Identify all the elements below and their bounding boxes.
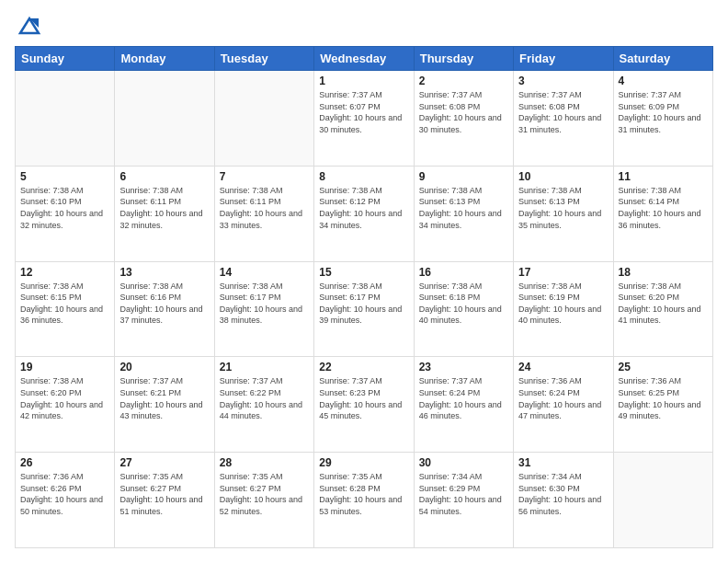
calendar-cell: 1Sunrise: 7:37 AM Sunset: 6:07 PM Daylig… xyxy=(314,71,414,167)
day-number: 6 xyxy=(119,170,209,183)
weekday-header-friday: Friday xyxy=(514,47,613,71)
calendar-cell: 25Sunrise: 7:36 AM Sunset: 6:25 PM Dayli… xyxy=(613,357,712,453)
day-number: 18 xyxy=(619,266,708,279)
calendar-week-row: 19Sunrise: 7:38 AM Sunset: 6:20 PM Dayli… xyxy=(16,357,713,453)
weekday-header-row: SundayMondayTuesdayWednesdayThursdayFrid… xyxy=(16,47,713,71)
day-number: 12 xyxy=(20,266,109,279)
calendar-cell xyxy=(115,71,214,167)
day-number: 9 xyxy=(419,170,508,183)
day-info: Sunrise: 7:36 AM Sunset: 6:24 PM Dayligh… xyxy=(518,375,608,421)
day-number: 5 xyxy=(20,170,109,183)
calendar-week-row: 26Sunrise: 7:36 AM Sunset: 6:26 PM Dayli… xyxy=(16,453,713,548)
calendar-cell xyxy=(214,71,313,167)
day-info: Sunrise: 7:35 AM Sunset: 6:27 PM Dayligh… xyxy=(220,471,309,517)
calendar-cell: 4Sunrise: 7:37 AM Sunset: 6:09 PM Daylig… xyxy=(613,71,712,167)
day-info: Sunrise: 7:37 AM Sunset: 6:23 PM Dayligh… xyxy=(319,375,408,421)
day-number: 20 xyxy=(119,361,209,373)
calendar-cell: 11Sunrise: 7:38 AM Sunset: 6:14 PM Dayli… xyxy=(613,166,712,261)
day-number: 3 xyxy=(518,75,608,87)
day-number: 27 xyxy=(119,456,209,469)
day-number: 17 xyxy=(518,266,608,279)
calendar-cell xyxy=(613,453,712,548)
day-number: 24 xyxy=(518,361,608,373)
day-number: 13 xyxy=(119,266,209,279)
day-number: 2 xyxy=(419,75,508,87)
calendar-cell: 27Sunrise: 7:35 AM Sunset: 6:27 PM Dayli… xyxy=(115,453,214,548)
calendar-cell: 14Sunrise: 7:38 AM Sunset: 6:17 PM Dayli… xyxy=(214,261,313,357)
calendar-cell: 20Sunrise: 7:37 AM Sunset: 6:21 PM Dayli… xyxy=(115,357,214,453)
calendar-cell: 28Sunrise: 7:35 AM Sunset: 6:27 PM Dayli… xyxy=(214,453,313,548)
day-number: 4 xyxy=(619,75,708,87)
calendar-cell: 3Sunrise: 7:37 AM Sunset: 6:08 PM Daylig… xyxy=(514,71,613,167)
day-info: Sunrise: 7:38 AM Sunset: 6:11 PM Dayligh… xyxy=(119,185,209,231)
day-info: Sunrise: 7:38 AM Sunset: 6:16 PM Dayligh… xyxy=(119,281,209,327)
calendar-cell: 17Sunrise: 7:38 AM Sunset: 6:19 PM Dayli… xyxy=(514,261,613,357)
header xyxy=(15,15,713,37)
calendar-cell: 23Sunrise: 7:37 AM Sunset: 6:24 PM Dayli… xyxy=(414,357,513,453)
day-number: 30 xyxy=(419,456,508,469)
day-info: Sunrise: 7:37 AM Sunset: 6:09 PM Dayligh… xyxy=(619,89,708,135)
page: SundayMondayTuesdayWednesdayThursdayFrid… xyxy=(0,0,728,563)
weekday-header-sunday: Sunday xyxy=(16,47,115,71)
calendar-cell: 5Sunrise: 7:38 AM Sunset: 6:10 PM Daylig… xyxy=(16,166,115,261)
calendar-cell: 7Sunrise: 7:38 AM Sunset: 6:11 PM Daylig… xyxy=(214,166,313,261)
day-info: Sunrise: 7:37 AM Sunset: 6:22 PM Dayligh… xyxy=(220,375,309,421)
calendar-cell: 6Sunrise: 7:38 AM Sunset: 6:11 PM Daylig… xyxy=(115,166,214,261)
day-info: Sunrise: 7:38 AM Sunset: 6:20 PM Dayligh… xyxy=(20,375,109,421)
day-info: Sunrise: 7:38 AM Sunset: 6:14 PM Dayligh… xyxy=(619,185,708,231)
calendar-cell: 8Sunrise: 7:38 AM Sunset: 6:12 PM Daylig… xyxy=(314,166,414,261)
day-number: 23 xyxy=(419,361,508,373)
day-info: Sunrise: 7:36 AM Sunset: 6:25 PM Dayligh… xyxy=(619,375,708,421)
logo-icon xyxy=(17,15,42,37)
calendar-cell: 26Sunrise: 7:36 AM Sunset: 6:26 PM Dayli… xyxy=(16,453,115,548)
day-info: Sunrise: 7:34 AM Sunset: 6:29 PM Dayligh… xyxy=(419,471,508,517)
day-number: 21 xyxy=(220,361,309,373)
day-number: 8 xyxy=(319,170,408,183)
calendar-cell: 13Sunrise: 7:38 AM Sunset: 6:16 PM Dayli… xyxy=(115,261,214,357)
weekday-header-saturday: Saturday xyxy=(613,47,712,71)
day-number: 16 xyxy=(419,266,508,279)
weekday-header-monday: Monday xyxy=(115,47,214,71)
day-number: 1 xyxy=(319,75,408,87)
day-info: Sunrise: 7:37 AM Sunset: 6:08 PM Dayligh… xyxy=(419,89,508,135)
calendar-cell xyxy=(16,71,115,167)
calendar-week-row: 5Sunrise: 7:38 AM Sunset: 6:10 PM Daylig… xyxy=(16,166,713,261)
day-info: Sunrise: 7:38 AM Sunset: 6:13 PM Dayligh… xyxy=(518,185,608,231)
calendar-cell: 22Sunrise: 7:37 AM Sunset: 6:23 PM Dayli… xyxy=(314,357,414,453)
day-number: 19 xyxy=(20,361,109,373)
day-number: 14 xyxy=(220,266,309,279)
day-info: Sunrise: 7:38 AM Sunset: 6:17 PM Dayligh… xyxy=(319,281,408,327)
calendar-cell: 30Sunrise: 7:34 AM Sunset: 6:29 PM Dayli… xyxy=(414,453,513,548)
calendar-cell: 2Sunrise: 7:37 AM Sunset: 6:08 PM Daylig… xyxy=(414,71,513,167)
day-info: Sunrise: 7:38 AM Sunset: 6:20 PM Dayligh… xyxy=(619,281,708,327)
logo xyxy=(15,15,42,37)
calendar-cell: 9Sunrise: 7:38 AM Sunset: 6:13 PM Daylig… xyxy=(414,166,513,261)
calendar-cell: 10Sunrise: 7:38 AM Sunset: 6:13 PM Dayli… xyxy=(514,166,613,261)
calendar-cell: 29Sunrise: 7:35 AM Sunset: 6:28 PM Dayli… xyxy=(314,453,414,548)
calendar-table: SundayMondayTuesdayWednesdayThursdayFrid… xyxy=(15,46,713,548)
day-number: 11 xyxy=(619,170,708,183)
day-number: 25 xyxy=(619,361,708,373)
weekday-header-thursday: Thursday xyxy=(414,47,513,71)
calendar-cell: 16Sunrise: 7:38 AM Sunset: 6:18 PM Dayli… xyxy=(414,261,513,357)
day-info: Sunrise: 7:38 AM Sunset: 6:11 PM Dayligh… xyxy=(220,185,309,231)
calendar-cell: 15Sunrise: 7:38 AM Sunset: 6:17 PM Dayli… xyxy=(314,261,414,357)
day-info: Sunrise: 7:35 AM Sunset: 6:27 PM Dayligh… xyxy=(119,471,209,517)
calendar-cell: 24Sunrise: 7:36 AM Sunset: 6:24 PM Dayli… xyxy=(514,357,613,453)
day-info: Sunrise: 7:35 AM Sunset: 6:28 PM Dayligh… xyxy=(319,471,408,517)
day-info: Sunrise: 7:37 AM Sunset: 6:21 PM Dayligh… xyxy=(119,375,209,421)
day-number: 10 xyxy=(518,170,608,183)
day-info: Sunrise: 7:36 AM Sunset: 6:26 PM Dayligh… xyxy=(20,471,109,517)
weekday-header-tuesday: Tuesday xyxy=(214,47,313,71)
day-number: 29 xyxy=(319,456,408,469)
calendar-week-row: 12Sunrise: 7:38 AM Sunset: 6:15 PM Dayli… xyxy=(16,261,713,357)
day-info: Sunrise: 7:34 AM Sunset: 6:30 PM Dayligh… xyxy=(518,471,608,517)
day-info: Sunrise: 7:37 AM Sunset: 6:08 PM Dayligh… xyxy=(518,89,608,135)
day-info: Sunrise: 7:38 AM Sunset: 6:12 PM Dayligh… xyxy=(319,185,408,231)
weekday-header-wednesday: Wednesday xyxy=(314,47,414,71)
calendar-cell: 21Sunrise: 7:37 AM Sunset: 6:22 PM Dayli… xyxy=(214,357,313,453)
day-info: Sunrise: 7:38 AM Sunset: 6:18 PM Dayligh… xyxy=(419,281,508,327)
day-info: Sunrise: 7:38 AM Sunset: 6:17 PM Dayligh… xyxy=(220,281,309,327)
calendar-cell: 12Sunrise: 7:38 AM Sunset: 6:15 PM Dayli… xyxy=(16,261,115,357)
calendar-week-row: 1Sunrise: 7:37 AM Sunset: 6:07 PM Daylig… xyxy=(16,71,713,167)
